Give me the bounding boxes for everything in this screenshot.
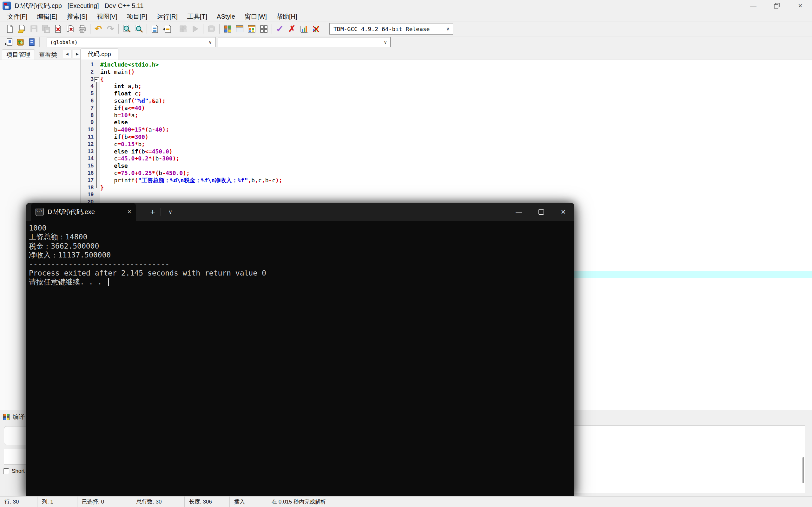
close-project-button[interactable] xyxy=(258,23,270,35)
close-button[interactable]: × xyxy=(789,0,812,11)
redo-button[interactable]: ↷ xyxy=(104,23,116,35)
close-all-button[interactable] xyxy=(64,23,76,35)
package-button[interactable] xyxy=(246,23,258,35)
code-line: c=45.0+0.2*(b-300); xyxy=(100,155,812,162)
minimize-button[interactable]: — xyxy=(742,0,765,11)
new-tab-button[interactable]: + xyxy=(147,207,158,217)
menu-item-view[interactable]: 视图[V] xyxy=(92,11,122,21)
cmd-icon: C:\ xyxy=(36,208,44,216)
member-select[interactable]: ∨ xyxy=(218,37,391,47)
code-line: } xyxy=(100,184,812,191)
new-project-button[interactable] xyxy=(221,23,234,35)
scope-select[interactable]: (globals) ∨ xyxy=(47,37,215,47)
line-number: 13 xyxy=(81,148,100,155)
refresh-members-button[interactable] xyxy=(15,37,26,48)
line-number: 4 xyxy=(81,83,100,90)
code-line: if(a<=40) xyxy=(100,105,812,112)
window-view-icon xyxy=(235,24,244,33)
terminal-tab-title: D:\代码\代码.exe xyxy=(48,208,125,216)
menu-item-window[interactable]: 窗口[W] xyxy=(240,11,272,21)
abort-button[interactable]: ✗ xyxy=(286,23,298,35)
open-button[interactable] xyxy=(16,23,28,35)
line-number: 17 xyxy=(81,177,100,184)
compile-run-button[interactable] xyxy=(205,23,217,35)
run-button[interactable] xyxy=(189,23,201,35)
fold-line xyxy=(96,82,97,188)
new-source-button[interactable] xyxy=(4,23,16,35)
sidebar-tab-project[interactable]: 项目管理 xyxy=(2,50,35,60)
find-in-files-button[interactable] xyxy=(133,23,145,35)
compile-tab-label: 编译 xyxy=(13,413,25,421)
code-line: if(b<=300) xyxy=(100,133,812,141)
terminal-minimize-button[interactable]: — xyxy=(508,203,530,221)
menu-item-file[interactable]: 文件[F] xyxy=(3,11,32,21)
line-number: 15 xyxy=(81,162,100,170)
profile-icon xyxy=(300,24,308,33)
line-number: 5 xyxy=(81,90,100,97)
line-number: 9 xyxy=(81,119,100,126)
terminal-close-button[interactable]: × xyxy=(552,203,574,221)
menu-item-edit[interactable]: 编辑[E] xyxy=(32,11,62,21)
terminal-maximize-button[interactable] xyxy=(530,203,552,221)
compile-log-tab[interactable]: 编译 xyxy=(3,413,25,421)
replace-button[interactable] xyxy=(149,23,161,35)
restore-button[interactable] xyxy=(765,0,789,11)
tab-prev-icon: ◀ xyxy=(66,52,68,56)
find-button[interactable] xyxy=(120,23,133,35)
tab-prev-button[interactable]: ◀ xyxy=(63,50,71,58)
close-file-button[interactable] xyxy=(52,23,64,35)
chevron-down-icon: ∨ xyxy=(446,26,450,32)
terminal-line: 税金：3662.500000 xyxy=(29,242,574,250)
menu-item-search[interactable]: 搜索[S] xyxy=(62,11,92,21)
screen: D:\代码\代码.cpp - [Executing] - Dev-C++ 5.1… xyxy=(0,0,812,507)
window-view-button[interactable] xyxy=(234,23,246,35)
profile-delete-button[interactable] xyxy=(310,23,322,35)
print-button[interactable] xyxy=(76,23,88,35)
compiler-select-value: TDM-GCC 4.9.2 64-bit Release xyxy=(334,26,429,32)
fold-line-corner xyxy=(96,188,99,188)
goto-declaration-icon xyxy=(5,38,13,46)
short-output-checkbox[interactable]: Short xyxy=(3,468,25,474)
code-line: #include<stdio.h> xyxy=(100,61,812,68)
close-project-icon xyxy=(259,24,268,33)
minimize-icon: — xyxy=(750,2,757,9)
goto-definition-button[interactable] xyxy=(26,37,38,48)
abort-icon: ✗ xyxy=(289,25,296,33)
menu-item-run[interactable]: 运行[R] xyxy=(152,11,183,21)
menu-item-help[interactable]: 帮助[H] xyxy=(272,11,302,21)
profile-button[interactable] xyxy=(298,23,310,35)
close-all-icon xyxy=(66,24,74,33)
code-area[interactable]: #include<stdio.h>int main(){ int a,b; fl… xyxy=(100,61,812,206)
menu-item-astyle[interactable]: AStyle xyxy=(212,11,240,21)
terminal-output[interactable]: 1000工资总额：14800税金：3662.500000净收入：11137.50… xyxy=(26,221,574,496)
separator xyxy=(90,24,91,34)
fold-collapse-icon[interactable] xyxy=(94,77,99,82)
sidebar-tab-classes[interactable]: 查看类 xyxy=(35,50,61,60)
goto-definition-icon xyxy=(28,38,36,46)
terminal-line: 请按任意键继续. . . xyxy=(29,277,574,286)
goto-line-button[interactable] xyxy=(161,23,173,35)
code-line: float c; xyxy=(100,90,812,97)
terminal-tab[interactable]: C:\ D:\代码\代码.exe × xyxy=(31,203,136,221)
tab-dropdown-button[interactable]: ∨ xyxy=(165,207,176,217)
undo-button[interactable]: ↶ xyxy=(92,23,104,35)
save-button[interactable] xyxy=(28,23,40,35)
editor-tab-active[interactable]: 代码.cpp xyxy=(80,49,118,60)
terminal-tab-close-icon[interactable]: × xyxy=(127,208,132,216)
terminal-line: -------------------------------- xyxy=(29,260,574,269)
scrollbar-thumb[interactable] xyxy=(803,457,804,483)
compile-run-icon xyxy=(207,24,216,33)
compile-tab-icon xyxy=(3,414,10,420)
save-all-button[interactable] xyxy=(40,23,52,35)
run-icon xyxy=(191,24,200,33)
terminal-title-bar[interactable]: C:\ D:\代码\代码.exe × + ∨ — × xyxy=(26,203,574,221)
menu-item-tools[interactable]: 工具[T] xyxy=(183,11,212,21)
compile-button[interactable] xyxy=(177,23,189,35)
syntax-check-button[interactable]: ✓ xyxy=(274,23,286,35)
goto-declaration-button[interactable] xyxy=(3,37,15,48)
terminal-line: 工资总额：14800 xyxy=(29,232,574,241)
terminal-line: Process exited after 2.145 seconds with … xyxy=(29,269,574,277)
menu-item-project[interactable]: 项目[P] xyxy=(122,11,152,21)
package-icon xyxy=(247,24,256,33)
compiler-select[interactable]: TDM-GCC 4.9.2 64-bit Release ∨ xyxy=(329,23,453,35)
